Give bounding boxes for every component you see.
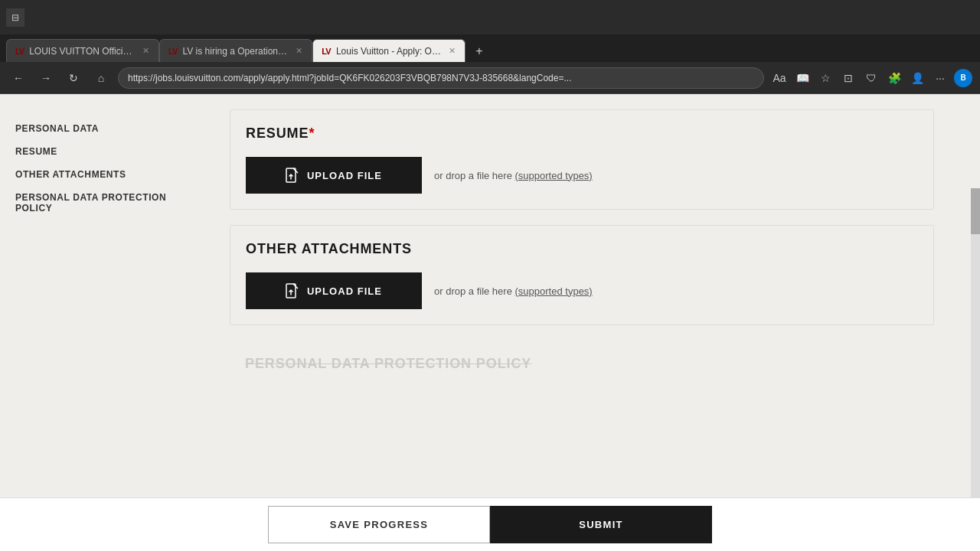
sidebar-item-personal-data-label: PERSONAL DATA bbox=[15, 123, 99, 134]
sidebar-item-resume-label: RESUME bbox=[15, 146, 57, 157]
browser-essentials-icon[interactable]: 🛡 bbox=[862, 69, 880, 87]
resume-section: RESUME* UPLOAD FILE or drop a file here … bbox=[230, 109, 934, 210]
sidebar-item-personal-data-protection[interactable]: PERSONAL DATA PROTECTION POLICY bbox=[15, 186, 199, 220]
other-attachments-upload-label: UPLOAD FILE bbox=[307, 285, 382, 297]
tab3-favicon: LV bbox=[321, 46, 332, 57]
tab1-favicon: LV bbox=[15, 46, 24, 57]
upload-file-icon-2 bbox=[286, 283, 299, 298]
required-star: * bbox=[309, 126, 315, 141]
tab2-favicon: LV bbox=[168, 46, 178, 57]
other-attachments-section-title: OTHER ATTACHMENTS bbox=[246, 241, 918, 257]
extensions-icon[interactable]: 🧩 bbox=[885, 69, 903, 87]
home-button[interactable]: ⌂ bbox=[90, 67, 112, 89]
partial-section: PERSONAL DATA PROTECTION POLICY bbox=[230, 341, 934, 372]
toolbar-icons: Aa 📖 ☆ ⊡ 🛡 🧩 👤 ··· B bbox=[770, 69, 972, 87]
split-screen-icon[interactable]: ⊡ bbox=[839, 69, 858, 87]
bottom-bar-inner: SAVE PROGRESS SUBMIT bbox=[268, 506, 712, 543]
tab-bar: LV LOUIS VUITTON Official USA We... ✕ LV… bbox=[0, 34, 980, 62]
address-input[interactable]: https://jobs.louisvuitton.com/apply/appl… bbox=[118, 67, 764, 89]
other-attachments-upload-row: UPLOAD FILE or drop a file here (support… bbox=[246, 272, 918, 309]
bottom-spacer bbox=[230, 372, 934, 433]
back-button[interactable]: ← bbox=[8, 67, 29, 89]
immersive-reader-icon[interactable]: 📖 bbox=[793, 69, 812, 87]
resume-section-title: RESUME* bbox=[246, 126, 918, 142]
partial-section-title: PERSONAL DATA PROTECTION POLICY bbox=[230, 341, 934, 372]
new-tab-button[interactable]: + bbox=[469, 41, 490, 62]
menu-icon[interactable]: ··· bbox=[931, 69, 949, 87]
resume-supported-types-link[interactable]: (supported types) bbox=[515, 170, 593, 181]
tab1-label: LOUIS VUITTON Official USA We... bbox=[29, 46, 136, 57]
sidebar-item-other-attachments-label: OTHER ATTACHMENTS bbox=[15, 169, 126, 180]
address-bar: ← → ↻ ⌂ https://jobs.louisvuitton.com/ap… bbox=[0, 62, 980, 94]
tab1-close[interactable]: ✕ bbox=[140, 46, 151, 57]
other-attachments-supported-types-link[interactable]: (supported types) bbox=[515, 285, 593, 297]
resume-drop-text: or drop a file here (supported types) bbox=[434, 170, 593, 181]
tab2-close[interactable]: ✕ bbox=[293, 46, 304, 57]
other-attachments-drop-text: or drop a file here (supported types) bbox=[434, 285, 593, 297]
sidebar: PERSONAL DATA RESUME OTHER ATTACHMENTS P… bbox=[0, 94, 214, 551]
bottom-bar: SAVE PROGRESS SUBMIT bbox=[0, 497, 980, 551]
sidebar-item-resume[interactable]: RESUME bbox=[15, 140, 199, 163]
window-controls[interactable]: ⊟ bbox=[6, 8, 24, 27]
sidebar-item-personal-data-protection-label: PERSONAL DATA PROTECTION POLICY bbox=[15, 192, 166, 214]
sidebar-toggle-btn[interactable]: ⊟ bbox=[6, 8, 24, 27]
sidebar-item-personal-data[interactable]: PERSONAL DATA bbox=[15, 117, 199, 140]
tab2-label: LV is hiring a Operations Associa... bbox=[182, 46, 289, 57]
sidebar-item-other-attachments[interactable]: OTHER ATTACHMENTS bbox=[15, 163, 199, 186]
save-progress-button[interactable]: SAVE PROGRESS bbox=[268, 506, 490, 543]
upload-file-icon bbox=[286, 168, 299, 183]
scrollbar-track[interactable] bbox=[971, 188, 980, 551]
tab3-label: Louis Vuitton - Apply: Operation... bbox=[336, 46, 442, 57]
page-layout: PERSONAL DATA RESUME OTHER ATTACHMENTS P… bbox=[0, 94, 980, 551]
tab-3[interactable]: LV Louis Vuitton - Apply: Operation... ✕ bbox=[312, 39, 466, 62]
tab-1[interactable]: LV LOUIS VUITTON Official USA We... ✕ bbox=[6, 39, 159, 62]
main-content: RESUME* UPLOAD FILE or drop a file here … bbox=[214, 94, 980, 551]
scrollbar-thumb-top[interactable] bbox=[971, 188, 980, 234]
reader-view-icon[interactable]: Aa bbox=[770, 69, 789, 87]
browser-chrome: ⊟ bbox=[0, 0, 980, 34]
resume-upload-row: UPLOAD FILE or drop a file here (support… bbox=[246, 157, 918, 194]
bing-icon[interactable]: B bbox=[954, 69, 972, 87]
reload-button[interactable]: ↻ bbox=[63, 67, 84, 89]
resume-upload-label: UPLOAD FILE bbox=[307, 170, 382, 181]
other-attachments-section: OTHER ATTACHMENTS UPLOAD FILE or drop a … bbox=[230, 225, 934, 325]
favorites-icon[interactable]: ☆ bbox=[816, 69, 835, 87]
profile-icon[interactable]: 👤 bbox=[908, 69, 926, 87]
submit-button[interactable]: SUBMIT bbox=[490, 506, 712, 543]
other-attachments-upload-button[interactable]: UPLOAD FILE bbox=[246, 272, 422, 309]
tab-2[interactable]: LV LV is hiring a Operations Associa... … bbox=[159, 39, 312, 62]
tab3-close[interactable]: ✕ bbox=[446, 46, 457, 57]
forward-button[interactable]: → bbox=[35, 67, 57, 89]
address-text: https://jobs.louisvuitton.com/apply/appl… bbox=[128, 73, 571, 83]
resume-upload-button[interactable]: UPLOAD FILE bbox=[246, 157, 422, 194]
